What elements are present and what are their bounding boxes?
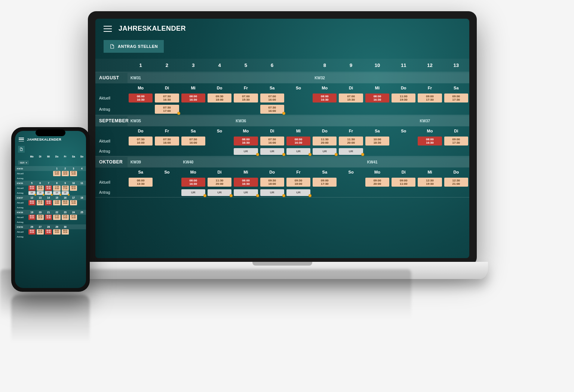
shift-chip[interactable]: UR [45,191,52,195]
shift-chip[interactable]: 08:2016:30 [45,186,52,191]
shift-chip[interactable]: 07:3017:00 [155,105,179,114]
shift-chip[interactable]: 08:0016:30 [418,137,442,146]
shift-chip[interactable]: 09:0018:30 [70,186,77,191]
weekday-label: Sa [69,154,77,159]
shift-chip[interactable]: 12:3019:30 [418,178,442,187]
shift-cell: 09:0018:30 [69,186,77,191]
day-number: 6 [259,59,285,72]
shift-chip[interactable]: UR [260,148,284,155]
shift-chip[interactable]: 09:3018:00 [208,94,231,102]
shift-chip[interactable]: 07:3016:00 [155,137,179,146]
weekday-label: Sa [259,83,285,92]
shift-chip[interactable]: 09:3018:00 [260,178,284,187]
shift-chip[interactable]: 07:3016:00 [70,215,77,220]
shift-chip[interactable]: 07:3016:00 [260,105,284,114]
shift-chip[interactable]: 11:0019:30 [392,94,415,102]
weekday-label: Sa [128,168,154,177]
shift-chip[interactable]: 08:0016:30 [45,229,52,235]
shift-chip[interactable]: 11:3020:00 [313,137,337,146]
shift-chip[interactable]: 09:0011:00 [392,178,415,187]
shift-chip[interactable]: 09:0017:30 [62,186,69,191]
phone-create-request-button[interactable] [18,146,25,153]
shift-chip[interactable]: 07:3016:00 [62,215,69,220]
shift-chip[interactable]: 07:3016:00 [53,171,60,176]
shift-chip[interactable]: 08:0016:30 [28,200,36,205]
shift-chip[interactable]: UR [208,189,231,196]
shift-chip[interactable]: 08:0016:30 [181,178,205,187]
phone-hamburger-menu-icon[interactable] [19,138,24,141]
shift-chip[interactable]: 08:0013:30 [129,178,153,187]
laptop-screen: JAHRESKALENDER ANTRAG STELLEN 1234568910… [88,11,477,266]
shift-chip[interactable]: 08:0016:30 [181,94,205,102]
shift-chip[interactable]: 07:3016:00 [260,137,284,146]
shift-chip[interactable]: 09:3018:00 [286,178,310,187]
phone-current-row: Aktuell08:0016:3008:3016:3008:0016:3008:… [15,229,86,235]
shift-chip[interactable]: 07:0016:00 [260,94,284,102]
shift-chip[interactable]: 08:0016:30 [234,178,258,187]
shift-cell: 09:3018:00 [285,178,311,187]
shift-chip[interactable]: 10:0018:30 [365,137,389,146]
weekday-label: Di [338,83,364,92]
shift-chip[interactable]: UR [62,191,69,195]
shift-chip[interactable]: 08:0016:30 [53,229,60,235]
shift-chip[interactable]: 08:0016:30 [365,94,389,102]
create-request-button[interactable]: ANTRAG STELLEN [104,40,164,53]
shift-chip[interactable]: 08:0016:30 [28,215,36,220]
shift-chip[interactable]: 08:0016:30 [45,215,52,220]
weekday-label: Mo [364,168,390,177]
shift-cell: 12:3021:00 [443,178,469,187]
shift-chip[interactable]: 09:0017:30 [444,94,468,102]
shift-chip[interactable]: UR [181,189,205,196]
shift-chip[interactable]: 09:3016:00 [62,200,69,205]
shift-chip[interactable]: UR [286,189,310,196]
shift-chip[interactable]: 08:0016:30 [37,215,44,220]
shift-chip[interactable]: 08:3016:30 [37,229,44,235]
shift-chip[interactable]: UR [286,148,310,155]
shift-chip[interactable]: 07:3016:00 [70,171,77,176]
shift-chip[interactable]: 11:3020:00 [339,137,363,146]
shift-cell: 11:3020:00 [53,186,61,191]
shift-chip[interactable]: 10:0018:30 [62,171,69,176]
shift-chip[interactable]: UR [260,189,284,196]
shift-chip[interactable]: 07:0015:30 [339,94,363,102]
shift-chip[interactable]: 09:0020:00 [365,178,389,187]
document-icon [110,44,115,49]
shift-chip[interactable]: UR [339,148,363,155]
shift-chip[interactable]: 07:3016:00 [70,200,77,205]
shift-chip[interactable]: UR [234,148,258,155]
shift-chip[interactable]: 08:0016:30 [62,229,69,235]
shift-chip[interactable]: 09:3017:30 [37,200,44,205]
shift-chip[interactable]: 07:3016:00 [53,215,60,220]
shift-chip[interactable]: 09:0017:30 [418,94,442,102]
shift-chip[interactable]: 08:0016:30 [129,94,153,102]
shift-chip[interactable]: UR [28,191,36,195]
shift-chip[interactable]: 08:0016:30 [313,94,337,102]
shift-chip[interactable]: UR [313,148,337,155]
shift-chip[interactable]: 12:3021:00 [444,178,468,187]
create-request-label: ANTRAG STELLEN [118,44,158,49]
shift-chip[interactable]: 08:0016:30 [45,200,52,205]
shift-chip[interactable]: 09:0017:30 [444,137,468,146]
shift-chip[interactable]: UR [37,191,44,195]
shift-chip[interactable]: 11:3016:00 [53,200,60,205]
shift-chip[interactable]: 08:0016:30 [28,186,36,191]
shift-chip[interactable]: 09:3018:00 [37,186,44,191]
shift-chip[interactable]: 07:3016:00 [129,137,153,146]
shift-chip[interactable]: 07:3016:00 [181,137,205,146]
shift-chip[interactable]: 08:0016:30 [234,137,258,146]
shift-chip[interactable]: 11:3020:00 [208,178,231,187]
weekday-label: Fr [154,126,180,135]
shift-chip[interactable]: UR [234,189,258,196]
shift-chip[interactable]: 08:0016:30 [286,137,310,146]
shift-cell: 08:0016:30 [128,94,154,102]
shift-chip[interactable]: 11:3020:00 [53,186,60,191]
shift-chip[interactable]: 08:0016:30 [28,229,36,235]
shift-chip[interactable]: 07:3016:30 [155,94,179,102]
shift-chip[interactable]: 09:0017:30 [313,178,337,187]
hamburger-menu-icon[interactable] [104,26,112,32]
day-number: 4 [78,166,86,171]
shift-chip[interactable]: 07:0015:30 [234,94,258,102]
phone-filter-select[interactable]: SER [18,160,29,165]
shift-chip[interactable]: UR [53,191,60,195]
pending-dot-icon [256,153,259,156]
